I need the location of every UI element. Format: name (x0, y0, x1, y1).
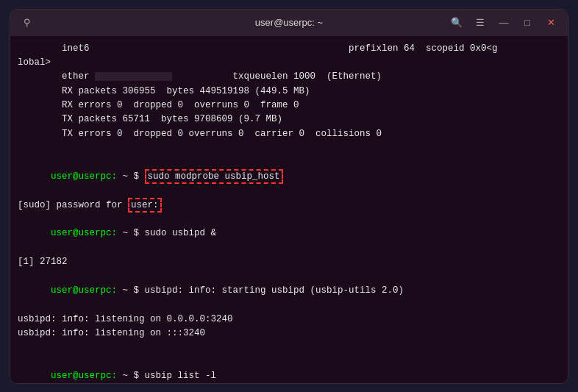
prompt-tilde: ~ (117, 171, 128, 182)
prompt-dollar: $ (128, 371, 145, 381)
prompt-dollar: $ (128, 171, 145, 182)
prompt-tilde: ~ (117, 228, 128, 238)
terminal-line: inet6 prefixlen 64 scopeid 0x0<g (18, 42, 560, 56)
terminal-command-line: user@userpc: ~ $ sudo usbipd & (18, 213, 560, 255)
terminal-line: RX errors 0 dropped 0 overruns 0 frame 0 (18, 99, 560, 113)
terminal-line: RX packets 306955 bytes 449519198 (449.5… (18, 85, 560, 99)
command-dashed: sudo modprobe usbip_host (145, 169, 283, 184)
maximize-button[interactable]: □ (518, 15, 537, 31)
prompt-tilde: ~ (117, 285, 128, 296)
terminal-command-line: user@userpc: ~ $ sudo modprobe usbip_hos… (18, 156, 560, 199)
user-dashed: user: (128, 198, 162, 213)
titlebar-left: ⚲ (18, 15, 43, 31)
prompt-text: user@userpc: (51, 285, 117, 296)
command-text: usbipd: info: starting usbipd (usbip-uti… (145, 285, 404, 296)
command-text: sudo usbipd & (145, 228, 217, 238)
prompt-text: user@userpc: (51, 371, 117, 381)
terminal-line: usbipd: info: listening on :::3240 (18, 327, 560, 341)
minimize-button[interactable]: — (494, 15, 513, 31)
prompt-dollar: $ (128, 228, 145, 238)
terminal-command-line: user@userpc: ~ $ usbip list -l (18, 355, 560, 383)
terminal-blank (18, 341, 560, 354)
command-text: usbip list -l (145, 371, 217, 381)
titlebar: ⚲ user@userpc: ~ 🔍 ☰ — □ ✕ (10, 10, 568, 36)
terminal-line: TX packets 65711 bytes 9708609 (9.7 MB) (18, 113, 560, 126)
terminal-line: [sudo] password for user: (18, 199, 560, 213)
titlebar-controls: 🔍 ☰ — □ ✕ (447, 15, 560, 31)
pin-icon[interactable]: ⚲ (18, 15, 37, 31)
window-title: user@userpc: ~ (255, 17, 323, 28)
search-icon[interactable]: 🔍 (447, 15, 466, 31)
terminal-body[interactable]: inet6 prefixlen 64 scopeid 0x0<g lobal> … (10, 36, 568, 383)
terminal-window: ⚲ user@userpc: ~ 🔍 ☰ — □ ✕ inet6 prefixl… (10, 9, 568, 384)
terminal-command-line: user@userpc: ~ $ usbipd: info: starting … (18, 270, 560, 313)
terminal-line: TX errors 0 dropped 0 overruns 0 carrier… (18, 127, 560, 141)
prompt-text: user@userpc: (51, 228, 117, 238)
terminal-line: usbipd: info: listening on 0.0.0.0:3240 (18, 313, 560, 327)
prompt-text: user@userpc: (51, 171, 117, 182)
close-button[interactable]: ✕ (541, 15, 560, 31)
terminal-line: lobal> (18, 56, 560, 70)
terminal-line: ether txqueuelen 1000 (Ethernet) (18, 70, 560, 84)
terminal-blank (18, 141, 560, 155)
menu-icon[interactable]: ☰ (471, 15, 490, 31)
terminal-line: [1] 27182 (18, 255, 560, 269)
prompt-tilde: ~ (117, 371, 128, 381)
prompt-dollar: $ (128, 285, 145, 296)
redacted-mac (95, 72, 172, 82)
